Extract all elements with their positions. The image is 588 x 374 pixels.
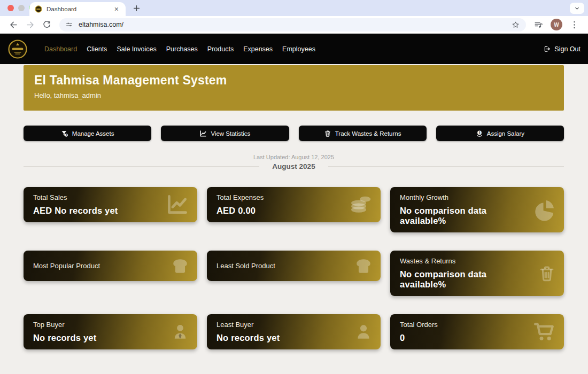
quick-actions: $ Manage Assets View Statistics Track Wa… [24,126,564,141]
card-value: No records yet [216,333,371,343]
card-total-sales[interactable]: Total Sales AED No records yet [24,187,197,222]
card-value: No comparison data available% [400,269,554,290]
browser-profile-avatar[interactable]: W [551,19,562,30]
track-wastes-button[interactable]: Track Wastes & Returns [299,126,427,141]
view-statistics-button[interactable]: View Statistics [161,126,289,141]
sign-out-label: Sign Out [554,45,581,53]
forward-button[interactable] [25,20,35,30]
card-top-buyer[interactable]: Top Buyer No records yet [24,314,197,349]
site-favicon-icon [35,5,42,13]
reload-button[interactable] [42,20,52,30]
window-minimize-button[interactable] [18,5,25,11]
greeting-text: Hello, tahmisa_admin [34,91,553,99]
chevron-down-icon [574,5,581,12]
card-monthly-growth[interactable]: Monthly Growth No comparison data availa… [390,187,564,232]
site-settings-icon[interactable] [65,21,73,29]
tab-close-icon[interactable]: × [113,5,120,13]
card-title: Least Buyer [216,321,371,329]
stats-grid: Total Sales AED No records yet Total Exp… [24,187,564,349]
logout-icon [543,45,551,53]
avatar-initial: W [554,22,559,28]
nav-item-clients[interactable]: Clients [82,41,112,57]
card-title: Total Orders [400,321,554,329]
browser-tab-strip: Dashboard × [0,0,588,16]
circle-dollar-to-slot-icon: $ [476,130,483,137]
new-tab-button[interactable] [132,4,141,13]
card-title: Wastes & Returns [400,257,554,265]
track-wastes-label: Track Wastes & Returns [335,130,401,137]
card-title: Top Buyer [33,321,188,329]
back-button[interactable] [9,20,19,30]
chart-line-icon [166,193,189,216]
nav-item-products[interactable]: Products [203,41,238,57]
bookmark-star-icon[interactable] [511,20,520,29]
card-title: Monthly Growth [400,193,554,201]
card-wastes-returns[interactable]: Wastes & Returns No comparison data avai… [390,251,564,296]
month-divider: August 2025 [24,162,564,170]
user-tie-icon [171,323,189,341]
current-month-label: August 2025 [272,162,315,170]
browser-menu-icon[interactable] [569,20,579,30]
sign-out-button[interactable]: Sign Out [543,45,581,53]
cart-shopping-icon [532,320,556,344]
nav-item-expenses[interactable]: Expenses [238,41,277,57]
svg-text:$: $ [478,131,480,134]
card-value: 0 [400,333,554,343]
nav-item-purchases[interactable]: Purchases [161,41,203,57]
trash-can-icon [324,130,331,137]
browser-toolbar: eltahmisa.com/ W [0,16,588,34]
manage-assets-button[interactable]: $ Manage Assets [24,126,151,141]
window-close-button[interactable] [7,5,14,11]
user-icon [354,323,373,341]
card-least-buyer[interactable]: Least Buyer No records yet [207,314,381,349]
card-title: Total Sales [33,193,188,201]
dashboard-page: El Tahmisa Management System Hello, tahm… [0,64,588,374]
card-title: Least Sold Product [216,262,371,270]
brand-logo[interactable] [7,39,28,59]
manage-assets-label: Manage Assets [72,130,114,137]
card-value: No comparison data available% [400,206,554,226]
view-statistics-label: View Statistics [211,130,250,137]
bread-slice-icon [171,257,189,275]
nav-item-sale-invoices[interactable]: Sale Invoices [112,41,161,57]
card-total-orders[interactable]: Total Orders 0 [390,314,564,349]
card-value: No records yet [33,333,188,343]
card-value: AED No records yet [33,206,188,216]
page-title: El Tahmisa Management System [34,73,553,88]
card-most-popular-product[interactable]: Most Popular Product [24,251,197,281]
last-updated-text: Last Updated: August 12, 2025 [24,154,564,160]
address-bar[interactable]: eltahmisa.com/ [59,18,526,32]
card-value: AED 0.00 [216,206,371,216]
coins-icon [349,193,373,216]
nav-links: Dashboard Clients Sale Invoices Purchase… [40,41,320,57]
bread-slice-icon [354,257,373,275]
tab-search-chevron-button[interactable] [570,3,584,14]
divider-line [328,166,564,167]
card-title: Total Expenses [216,193,371,201]
browser-tab[interactable]: Dashboard × [29,2,126,16]
assign-salary-label: Assign Salary [487,130,524,137]
chart-pie-icon [532,198,556,222]
filter-circle-dollar-icon: $ [61,130,68,137]
assign-salary-button[interactable]: $ Assign Salary [436,126,564,141]
media-controls-icon[interactable] [533,20,544,30]
card-title: Most Popular Product [33,262,188,270]
site-navbar: Dashboard Clients Sale Invoices Purchase… [0,34,588,64]
card-least-sold-product[interactable]: Least Sold Product [207,251,381,281]
welcome-banner: El Tahmisa Management System Hello, tahm… [24,65,564,111]
url-text[interactable]: eltahmisa.com/ [79,21,511,28]
chart-line-icon [199,130,207,137]
divider-line [24,166,259,167]
trash-can-icon [538,264,556,283]
nav-item-employees[interactable]: Employees [277,41,320,57]
nav-item-dashboard[interactable]: Dashboard [40,41,82,57]
card-total-expenses[interactable]: Total Expenses AED 0.00 [207,187,381,222]
tab-title: Dashboard [47,6,113,12]
